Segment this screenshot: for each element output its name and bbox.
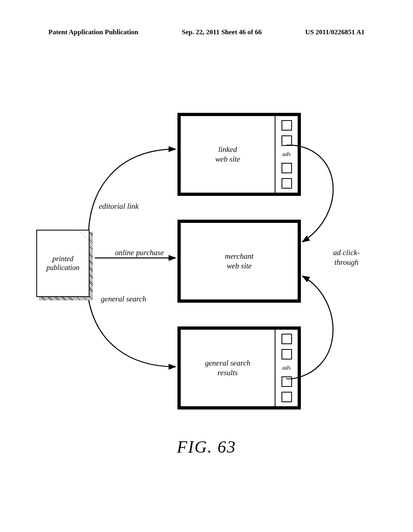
header-center: Sep. 22, 2011 Sheet 46 of 66 (182, 28, 262, 36)
merchant-site-label: merchant web site (181, 223, 298, 299)
label-online-purchase: online purchase (115, 248, 164, 258)
ad-square-icon (282, 376, 292, 387)
results-ads-panel: ads (275, 330, 298, 406)
ad-square-icon (282, 120, 292, 131)
header-right: US 2011/0226851 A1 (305, 28, 365, 36)
linked-site-ads-panel: ads (275, 116, 298, 193)
doc-printed-publication: printed publication (36, 230, 93, 300)
ad-square-icon (282, 349, 292, 360)
box-merchant-site: merchant web site (177, 220, 301, 303)
ads-label: ads (282, 364, 291, 371)
ad-square-icon (282, 392, 292, 402)
box-linked-site: linked web site ads (177, 113, 301, 196)
header-left: Patent Application Publication (48, 28, 138, 36)
ad-square-icon (282, 334, 292, 344)
doc-fold-icon (78, 230, 90, 241)
label-editorial-link: editorial link (99, 202, 139, 211)
search-results-label: general search results (181, 330, 275, 406)
ad-square-icon (282, 178, 292, 189)
flow-diagram: printed publication linked web site ads … (36, 109, 371, 431)
box-search-results: general search results ads (177, 326, 301, 409)
doc-label: printed publication (46, 255, 79, 272)
ads-label: ads (282, 151, 291, 158)
label-general-search: general search (101, 294, 146, 304)
ad-square-icon (282, 135, 292, 146)
label-ad-clickthrough: ad click-through (322, 248, 371, 267)
page-header: Patent Application Publication Sep. 22, … (48, 28, 365, 36)
ad-square-icon (282, 163, 292, 173)
figure-caption: FIG. 63 (0, 437, 413, 457)
linked-site-label: linked web site (181, 116, 275, 193)
